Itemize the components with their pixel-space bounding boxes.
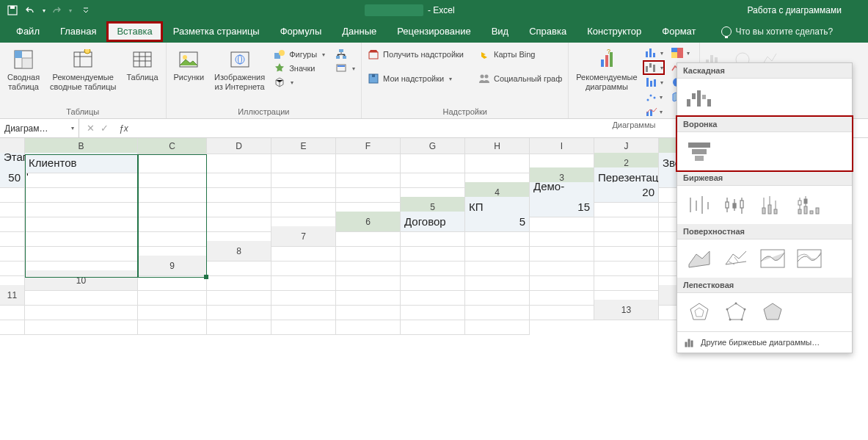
enter-formula-icon[interactable]: ✓ (101, 123, 109, 134)
col-header-I[interactable]: I (530, 138, 594, 154)
col-header-F[interactable]: F (336, 138, 401, 154)
tab-insert[interactable]: Вставка (106, 21, 162, 42)
my-addins-button[interactable]: Мои надстройки▾ (365, 72, 467, 85)
svg-rect-24 (343, 56, 346, 59)
pictures-button[interactable]: Рисунки (169, 45, 209, 85)
more-stock-charts[interactable]: Другие биржевые диаграммы… (677, 331, 852, 353)
redo-icon[interactable] (48, 2, 65, 18)
col-header-H[interactable]: H (465, 138, 530, 154)
combo-chart-button[interactable]: ▾ (643, 105, 664, 118)
funnel-chart-thumb[interactable] (683, 138, 715, 165)
tab-layout[interactable]: Разметка страницы (163, 21, 270, 42)
tell-me-search[interactable]: Что вы хотите сделать? (721, 26, 834, 37)
icons-button[interactable]: Значки (271, 62, 328, 75)
cell-J12[interactable] (530, 300, 594, 320)
svg-point-29 (481, 75, 484, 79)
get-addins-label: Получить надстройки (383, 50, 464, 59)
fx-icon[interactable]: ƒx (114, 123, 128, 134)
hierarchy-chart-button[interactable]: ▾ (670, 46, 690, 59)
name-box[interactable]: Диаграм…▾ (0, 119, 79, 137)
name-box-dropdown-icon[interactable]: ▾ (71, 125, 74, 131)
col-header-B[interactable]: B (25, 138, 138, 154)
recommended-charts-icon: ? (595, 48, 619, 71)
tab-file[interactable]: Файл (6, 21, 50, 42)
svg-rect-76 (768, 205, 771, 214)
svg-rect-59 (697, 90, 701, 107)
cell-D13[interactable] (25, 314, 138, 335)
col-header-C[interactable]: C (138, 138, 207, 154)
cell-I13[interactable] (401, 314, 465, 335)
svg-rect-6 (74, 52, 92, 67)
ribbon-tabs: Файл Главная Вставка Разметка страницы Ф… (0, 21, 868, 43)
svg-point-98 (726, 309, 729, 311)
tab-home[interactable]: Главная (50, 21, 106, 42)
online-pictures-button[interactable]: Изображения из Интернета (210, 45, 269, 94)
row-header-13[interactable]: 13 (594, 300, 659, 320)
surface-3d-thumb[interactable] (683, 245, 715, 272)
cancel-formula-icon[interactable]: ✕ (87, 123, 95, 134)
3d-models-button[interactable]: ▾ (271, 76, 328, 89)
undo-icon[interactable] (22, 2, 38, 18)
svg-rect-74 (740, 201, 743, 208)
svg-rect-75 (762, 208, 765, 214)
smartart-button[interactable] (332, 48, 358, 61)
tab-formulas[interactable]: Формулы (270, 21, 332, 42)
social-graph-button[interactable]: Социальный граф (475, 72, 565, 85)
tab-help[interactable]: Справка (519, 21, 577, 42)
statistic-chart-button[interactable]: ▾ (643, 76, 664, 89)
col-header-J[interactable]: J (594, 138, 659, 154)
svg-rect-17 (231, 52, 249, 67)
cell-C13[interactable] (0, 314, 25, 335)
svg-rect-31 (601, 59, 604, 67)
stock-vohlc-thumb[interactable] (793, 192, 825, 218)
cell-H13[interactable] (336, 314, 401, 335)
pivot-table-button[interactable]: Сводная таблица (3, 45, 44, 94)
table-button[interactable]: Таблица (122, 45, 162, 85)
cell-J13[interactable] (465, 314, 530, 335)
icons-icon (274, 62, 285, 74)
radar-markers-thumb[interactable] (720, 299, 752, 325)
pictures-label: Рисунки (174, 73, 205, 82)
contour-thumb[interactable] (756, 245, 789, 272)
column-chart-button[interactable]: ▾ (643, 46, 664, 59)
cell-G13[interactable] (271, 314, 336, 335)
svg-rect-86 (798, 201, 801, 205)
contour-wire-thumb[interactable] (793, 245, 825, 272)
svg-marker-91 (690, 303, 708, 320)
cell-E13[interactable] (138, 314, 207, 335)
get-addins-button[interactable]: Получить надстройки (365, 48, 467, 61)
redo-dropdown-icon[interactable]: ▾ (66, 2, 73, 18)
tab-review[interactable]: Рецензирование (387, 21, 481, 42)
col-header-G[interactable]: G (401, 138, 465, 154)
radar-thumb[interactable] (683, 299, 715, 325)
stock-vhlc-thumb[interactable] (756, 192, 789, 218)
shapes-button[interactable]: Фигуры▾ (271, 48, 328, 61)
recommended-pivot-button[interactable]: Рекомендуемые сводные таблицы (45, 45, 120, 94)
qat-customize-icon[interactable] (78, 2, 94, 18)
group-illustrations-label: Иллюстрации (169, 105, 359, 118)
waterfall-chart-button[interactable]: ▾ (643, 61, 664, 74)
cell-F13[interactable] (207, 314, 271, 335)
svg-rect-1 (10, 6, 15, 9)
undo-dropdown-icon[interactable]: ▾ (40, 2, 47, 18)
col-header-D[interactable]: D (207, 138, 271, 154)
svg-rect-27 (369, 52, 378, 59)
svg-rect-5 (22, 58, 32, 68)
recommended-charts-button[interactable]: ? Рекомендуемые диаграммы (572, 45, 641, 94)
stock-ohlc-thumb[interactable] (720, 192, 752, 218)
radar-filled-thumb[interactable] (756, 299, 789, 325)
save-icon[interactable] (4, 2, 21, 18)
col-header-E[interactable]: E (271, 138, 336, 154)
tab-design[interactable]: Конструктор (577, 21, 652, 42)
section-funnel-highlighted: Воронка (677, 117, 852, 170)
screenshot-button[interactable]: ▾ (332, 62, 358, 75)
scatter-chart-button[interactable]: ▾ (643, 90, 664, 104)
tab-data[interactable]: Данные (332, 21, 387, 42)
waterfall-chart-thumb[interactable] (683, 84, 715, 111)
bing-maps-button[interactable]: Карты Bing (475, 48, 565, 61)
stock-hlc-thumb[interactable] (683, 192, 715, 218)
tab-format[interactable]: Формат (652, 21, 706, 42)
svg-rect-83 (810, 211, 813, 214)
surface-wire-thumb[interactable] (720, 245, 752, 272)
tab-view[interactable]: Вид (481, 21, 519, 42)
